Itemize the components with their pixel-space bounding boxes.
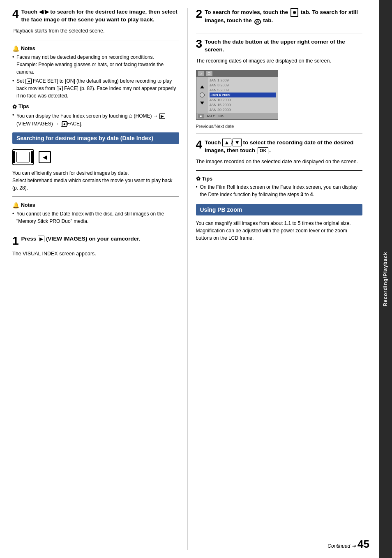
side-tab: Recording/Playback — [379, 0, 392, 558]
date-display-header: ▷ ⊡ — [196, 70, 278, 77]
side-tab-label: Recording/Playback — [383, 252, 388, 306]
date-jan15: JAN 15 2009 — [210, 102, 276, 107]
date-arrow-up[interactable] — [200, 86, 204, 88]
date-btn: ■ — [198, 114, 204, 118]
step4r-title: Touch ▲/▼ to select the recording date o… — [205, 139, 362, 155]
step1-body: The VISUAL INDEX screen appears. — [12, 250, 179, 258]
step1-container: 1 Press ▶ (VIEW IMAGES) on your camcorde… — [12, 235, 179, 258]
step1-number: 1 — [12, 235, 19, 247]
note-item-3: You cannot use the Date Index with the d… — [12, 210, 179, 225]
tips-icon-r: ✿ — [196, 176, 201, 182]
back-icon: ◀ — [39, 151, 51, 163]
date-header-photo-tab: ⊡ — [206, 71, 212, 76]
date-header-movie-tab: ▷ — [198, 71, 204, 76]
section-box-date-index: Searching for desired images by date (Da… — [12, 132, 179, 144]
step1-title: Press ▶ (VIEW IMAGES) on your camcorder. — [21, 235, 141, 243]
note-icon-1: 🔔 — [12, 45, 19, 52]
tip-item-1: You can display the Face Index screen by… — [12, 111, 179, 127]
tips-title-r: ✿ Tips — [196, 176, 363, 182]
step4r-body: The images recorded on the selected date… — [196, 158, 363, 166]
notes-section-2: 🔔 Notes You cannot use the Date Index wi… — [12, 202, 179, 225]
tips-list-1: You can display the Face Index screen by… — [12, 111, 179, 127]
step3-number: 3 — [196, 38, 203, 50]
notes-list-1: Faces may not be detected depending on r… — [12, 53, 179, 100]
step2-container: 2 To search for movies, touch the ⊞ tab.… — [196, 8, 363, 33]
date-jan3: JAN 3 2009 — [210, 83, 276, 88]
prev-next-label: Previous/Next date — [196, 124, 363, 129]
date-jan1: JAN 1 2009 — [210, 78, 276, 83]
photo-tab-icon: ⊙ — [254, 19, 261, 25]
date-display: ▷ ⊡ JAN 1 2009 JAN 3 2009 JAN 5 2009 — [196, 70, 278, 120]
date-jan5: JAN 5 2009 — [210, 88, 276, 93]
page-container: Recording/Playback 4 Touch ◀/▶ to search… — [0, 0, 392, 558]
notes-title-2: 🔔 Notes — [12, 202, 179, 208]
notes-title-1: 🔔 Notes — [12, 45, 179, 52]
section-box-pb-zoom: Using PB zoom — [196, 204, 363, 215]
date-display-body: JAN 1 2009 JAN 3 2009 JAN 5 2009 JAN 6 2… — [196, 77, 278, 113]
movie-tab-icon: ⊞ — [291, 8, 298, 17]
section-body1: You can efficiently search for desired i… — [12, 169, 179, 192]
film-roll-icon — [12, 149, 34, 165]
step4r-header: 4 Touch ▲/▼ to select the recording date… — [196, 139, 363, 155]
right-column: 2 To search for movies, touch the ⊞ tab.… — [188, 8, 363, 550]
tips-section-r: ✿ Tips On the Film Roll Index screen or … — [196, 176, 363, 198]
divider-3 — [12, 230, 179, 230]
step4r-number: 4 — [196, 139, 203, 150]
divider-1 — [12, 40, 179, 40]
page-bottom: Continued ➔ 45 — [327, 538, 369, 551]
pb-zoom-title: Using PB zoom — [200, 206, 242, 213]
step2-header: 2 To search for movies, touch the ⊞ tab.… — [196, 8, 363, 25]
left-column: 4 Touch ◀/▶ to search for the desired fa… — [12, 8, 188, 550]
note-item-1: Faces may not be detected depending on r… — [12, 53, 179, 76]
step4-number: 4 — [12, 8, 19, 20]
tips-label-1: Tips — [18, 104, 29, 109]
tips-section-1: ✿ Tips You can display the Face Index sc… — [12, 104, 179, 127]
step1-header: 1 Press ▶ (VIEW IMAGES) on your camcorde… — [12, 235, 179, 247]
main-content: 4 Touch ◀/▶ to search for the desired fa… — [0, 0, 379, 558]
step4-title: Touch ◀/▶ to search for the desired face… — [21, 8, 179, 24]
date-jan6[interactable]: JAN 6 2009 — [210, 93, 276, 97]
page-number: 45 — [357, 538, 369, 551]
date-jan10: JAN 10 2009 — [210, 97, 276, 102]
step2-title: To search for movies, touch the ⊞ tab. T… — [205, 8, 362, 25]
tip-item-r1: On the Film Roll Index screen or the Fac… — [196, 183, 363, 198]
section-body2-text: Select beforehand media which contains t… — [12, 178, 173, 191]
date-arrow-down[interactable] — [200, 102, 204, 104]
divider-r1 — [196, 134, 363, 134]
pb-zoom-body: You can magnify still images from about … — [196, 220, 363, 242]
section-title: Searching for desired images by date (Da… — [16, 135, 153, 141]
step4-header: 4 Touch ◀/▶ to search for the desired fa… — [12, 8, 179, 24]
ok-btn: OK — [258, 147, 269, 154]
notes-label-1: Notes — [21, 46, 35, 51]
section-body1-text: You can efficiently search for desired i… — [12, 170, 129, 176]
date-label: DATE — [205, 114, 215, 118]
icon-row: ◀ — [12, 149, 179, 165]
step2-number: 2 — [196, 8, 203, 20]
date-jan20: JAN 20 2009 — [210, 107, 276, 112]
date-display-footer: ■ DATE OK — [196, 113, 278, 119]
step3-container: 3 Touch the date button at the upper rig… — [196, 38, 363, 129]
date-dot — [200, 93, 205, 97]
continued-arrow: ➔ — [352, 543, 356, 549]
step3-body: The recording dates of images are displa… — [196, 57, 363, 65]
divider-r2 — [196, 170, 363, 171]
divider-2 — [12, 197, 179, 197]
ok-label[interactable]: OK — [219, 114, 224, 118]
date-nav-left — [196, 77, 208, 113]
step4-body: Playback starts from the selected scene. — [12, 27, 179, 35]
notes-list-2: You cannot use the Date Index with the d… — [12, 210, 179, 225]
notes-label-2: Notes — [21, 202, 35, 208]
step3-header: 3 Touch the date button at the upper rig… — [196, 38, 363, 54]
notes-section-1: 🔔 Notes Faces may not be detected depend… — [12, 45, 179, 100]
note-item-2: Set [● FACE SET] to [ON] (the default se… — [12, 77, 179, 100]
date-display-dates: JAN 1 2009 JAN 3 2009 JAN 5 2009 JAN 6 2… — [208, 77, 278, 113]
tips-icon-1: ✿ — [12, 104, 17, 110]
film-inner — [16, 152, 30, 162]
continued-text: Continued — [327, 543, 350, 549]
tips-title-1: ✿ Tips — [12, 104, 179, 110]
step4r-container: 4 Touch ▲/▼ to select the recording date… — [196, 139, 363, 166]
note-icon-2: 🔔 — [12, 202, 19, 208]
step3-title: Touch the date button at the upper right… — [205, 38, 362, 54]
tips-label-r: Tips — [202, 176, 212, 182]
tips-list-r: On the Film Roll Index screen or the Fac… — [196, 183, 363, 198]
